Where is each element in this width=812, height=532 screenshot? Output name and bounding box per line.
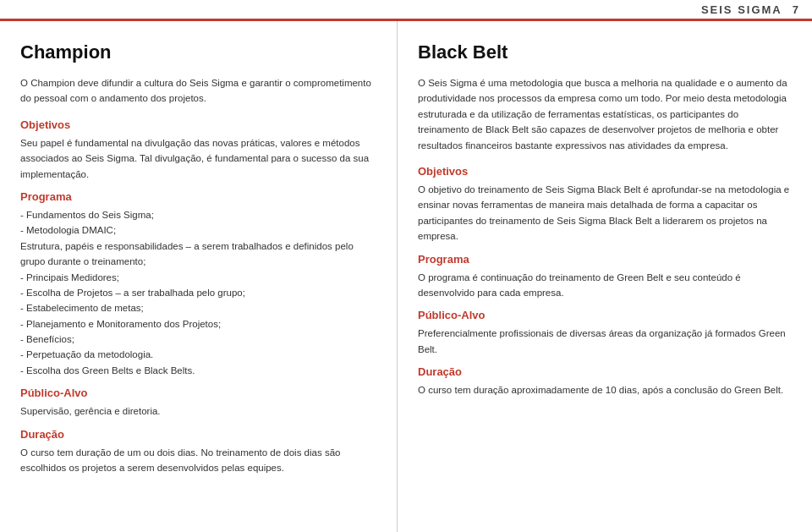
right-publico-body: Preferencialmente profissionais de diver…: [418, 326, 792, 357]
left-publico-subtitle: Público-Alvo: [20, 387, 376, 399]
left-section-programa: Programa - Fundamentos do Seis Sigma; - …: [20, 190, 376, 378]
right-duracao-body: O curso tem duração aproximadamente de 1…: [418, 382, 792, 398]
left-column: Champion O Champion deve difundir a cult…: [0, 21, 398, 532]
champion-intro: O Champion deve difundir a cultura do Se…: [20, 75, 376, 107]
right-column: Black Belt O Seis Sigma é uma metodologi…: [398, 21, 812, 532]
left-section-publico: Público-Alvo Supervisão, gerência e dire…: [20, 387, 376, 419]
left-publico-body: Supervisão, gerência e diretoria.: [20, 403, 376, 419]
blackbelt-intro: O Seis Sigma é uma metodologia que busca…: [418, 75, 792, 153]
left-duracao-body: O curso tem duração de um ou dois dias. …: [20, 445, 376, 476]
page-number: 7: [793, 3, 798, 16]
left-section-objetivos: Objetivos Seu papel é fundamental na div…: [20, 118, 376, 182]
left-section-duracao: Duração O curso tem duração de um ou doi…: [20, 428, 376, 476]
top-header: SEIS SIGMA 7: [0, 0, 812, 19]
header-title: SEIS SIGMA: [701, 3, 782, 16]
champion-title: Champion: [20, 41, 376, 63]
right-duracao-subtitle: Duração: [418, 365, 792, 378]
left-programa-subtitle: Programa: [20, 190, 376, 203]
left-objetivos-subtitle: Objetivos: [20, 118, 376, 131]
left-objetivos-body: Seu papel é fundamental na divulgação da…: [20, 135, 376, 182]
right-programa-subtitle: Programa: [418, 253, 792, 266]
right-publico-subtitle: Público-Alvo: [418, 309, 792, 321]
blackbelt-title: Black Belt: [418, 41, 792, 63]
main-content: Champion O Champion deve difundir a cult…: [0, 21, 812, 532]
page-container: SEIS SIGMA 7 Champion O Champion deve di…: [0, 0, 812, 532]
left-duracao-subtitle: Duração: [20, 428, 376, 441]
right-section-duracao: Duração O curso tem duração aproximadame…: [418, 365, 792, 398]
right-programa-body: O programa é continuação do treinamento …: [418, 270, 792, 301]
right-objetivos-body: O objetivo do treinamento de Seis Sigma …: [418, 182, 792, 244]
right-section-programa: Programa O programa é continuação do tre…: [418, 253, 792, 301]
right-section-publico: Público-Alvo Preferencialmente profissio…: [418, 309, 792, 357]
left-programa-body: - Fundamentos do Seis Sigma; - Metodolog…: [20, 207, 376, 378]
right-section-objetivos: Objetivos O objetivo do treinamento de S…: [418, 165, 792, 244]
right-objetivos-subtitle: Objetivos: [418, 165, 792, 178]
